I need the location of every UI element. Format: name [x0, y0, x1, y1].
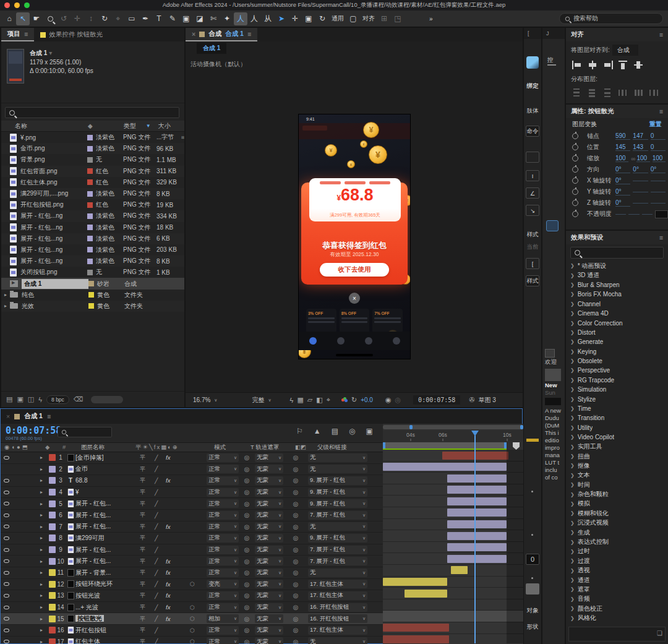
matte-pickwhip-icon[interactable]: ◎ — [239, 592, 255, 599]
twirl-icon[interactable]: ▸ — [40, 627, 49, 633]
chevron-right-icon[interactable]: ❯ — [570, 501, 575, 507]
chevron-right-icon[interactable]: ❯ — [570, 377, 575, 383]
layer-duration-bar[interactable] — [447, 555, 507, 563]
layer-duration-bar[interactable] — [383, 463, 507, 471]
twirl-icon[interactable]: ▸ — [40, 582, 49, 587]
playhead[interactable] — [474, 431, 476, 643]
fx-switch-icon[interactable]: fx — [166, 581, 178, 588]
layer-label-swatch[interactable] — [49, 466, 56, 473]
layer-duration-bar[interactable] — [447, 543, 507, 551]
twirl-icon[interactable]: ▸ — [40, 535, 49, 541]
twirl-icon[interactable]: ▸ — [1, 303, 10, 309]
col-parent[interactable]: 父级和链接 — [317, 444, 347, 452]
graph-row[interactable] — [383, 565, 523, 577]
parent-pickwhip-icon[interactable]: ◎ — [283, 500, 308, 507]
layer-duration-bar[interactable] — [447, 509, 507, 517]
sort-arrow-icon[interactable]: ▼ — [146, 123, 151, 129]
limb-c-tool[interactable]: 从 — [261, 12, 275, 25]
property-value[interactable]: 147 — [633, 132, 648, 140]
layer-label-swatch[interactable] — [49, 500, 56, 507]
track-matte-select[interactable]: 无蒙∨ — [255, 580, 283, 588]
reset-button[interactable]: 重置 — [649, 120, 662, 129]
blend-mode-select[interactable]: 正常∨ — [207, 488, 239, 497]
layer-name[interactable]: 开红包按钮 — [75, 626, 140, 635]
threed-switch-icon[interactable]: ⬡ — [178, 638, 207, 644]
stopwatch-icon[interactable] — [572, 155, 578, 161]
chevron-right-icon[interactable]: ❯ — [570, 520, 575, 526]
property-value[interactable]: 145 — [615, 144, 630, 151]
property-value[interactable]: 0° — [615, 199, 630, 207]
chevron-right-icon[interactable]: ❯ — [570, 291, 575, 297]
panel-icon[interactable] — [546, 220, 559, 231]
property-value[interactable]: 0° — [615, 188, 630, 195]
matte-pickwhip-icon[interactable]: ◎ — [239, 477, 255, 484]
comp-subtab[interactable]: 合成 1 — [197, 43, 226, 54]
layer-name[interactable]: [金币掉落] — [75, 453, 140, 462]
graph-row[interactable] — [383, 462, 523, 473]
threed-switch-icon[interactable]: ⬡ — [178, 627, 207, 633]
matte-pickwhip-icon[interactable]: ◎ — [239, 523, 255, 530]
shape-label[interactable]: 形状 — [524, 623, 541, 631]
label-color-swatch[interactable] — [87, 213, 93, 219]
chevron-right-icon[interactable]: ❯ — [570, 339, 575, 345]
quality-switch-icon[interactable]: ╱ — [155, 535, 166, 541]
panel-menu-icon[interactable]: ≡ — [659, 31, 663, 38]
chevron-right-icon[interactable]: ❯ — [570, 273, 575, 278]
toolbar-overflow-button[interactable]: » — [429, 15, 433, 22]
popup-close-button[interactable]: × — [349, 293, 360, 304]
quality-switch-icon[interactable]: ╱ — [155, 547, 166, 553]
quality-switch-icon[interactable]: ╱ — [155, 604, 166, 611]
shy-switch-icon[interactable]: 平 — [140, 511, 155, 519]
track-matte-select[interactable]: 无蒙∨ — [255, 534, 283, 543]
effect-group-row[interactable]: ❯ 文本 — [566, 471, 668, 480]
parent-pickwhip-icon[interactable]: ◎ — [283, 638, 308, 644]
track-matte-select[interactable]: 无蒙∨ — [255, 603, 283, 612]
effect-group-row[interactable]: ❯ 遮罩 — [566, 585, 668, 594]
blend-mode-select[interactable]: 正常∨ — [207, 591, 239, 600]
timeline-graph-area[interactable]: 04s 06s 10s — [383, 424, 523, 643]
twirl-icon[interactable]: ▸ — [40, 616, 49, 622]
label-color-swatch[interactable] — [87, 135, 93, 140]
property-value[interactable] — [633, 181, 648, 181]
chevron-right-icon[interactable]: ❯ — [570, 616, 575, 621]
quality-switch-icon[interactable]: ╱ — [155, 593, 166, 599]
chevron-right-icon[interactable]: ❯ — [570, 482, 575, 487]
align-to-select[interactable]: 合成 — [612, 45, 638, 56]
parent-link-select[interactable]: 16. 开红包按钮∨ — [308, 614, 367, 623]
blend-mode-select[interactable]: 正常∨ — [207, 603, 239, 612]
layer-label-swatch[interactable] — [49, 604, 56, 611]
label-color-swatch[interactable] — [87, 168, 93, 174]
shy-switch-icon[interactable]: 平 — [140, 476, 155, 484]
value-edit-box[interactable] — [655, 210, 668, 218]
layer-label-swatch[interactable] — [49, 558, 56, 565]
property-value[interactable] — [651, 181, 666, 181]
layer-name[interactable]: 展开 - 背景... — [75, 569, 140, 577]
label-color-swatch[interactable] — [88, 292, 94, 298]
effect-group-row[interactable]: ❯ Utility — [566, 423, 668, 432]
panel-menu-icon[interactable]: ≡ — [659, 234, 663, 241]
parent-pickwhip-icon[interactable]: ◎ — [283, 627, 308, 633]
layer-duration-bar[interactable] — [447, 474, 507, 483]
project-row[interactable]: ▸ 红包背面.png 红色 PNG 文件 311 KB ⌗ — [1, 166, 184, 177]
project-row[interactable]: ▸ 满299可用,....png 淡紫色 PNG 文件 8 KB ⌗ — [1, 188, 184, 199]
reset-rotation-tool[interactable]: ↻ — [315, 12, 329, 25]
effect-group-row[interactable]: ❯ 沉浸式视频 — [566, 518, 668, 528]
parent-pickwhip-icon[interactable]: ◎ — [283, 477, 308, 484]
blend-mode-select[interactable]: 正常∨ — [207, 453, 239, 462]
twirl-icon[interactable]: ▸ — [40, 466, 49, 472]
chevron-right-icon[interactable]: ❯ — [570, 586, 575, 592]
reset-exposure-icon[interactable]: ↻ — [351, 396, 357, 404]
dist-right-icon[interactable] — [649, 88, 659, 97]
project-row[interactable]: ▸ 展开 - 红包...ng 淡紫色 PNG 文件 18 KB ⌗ — [1, 222, 184, 233]
eye-icon[interactable] — [4, 617, 9, 620]
chevron-right-icon[interactable]: ❯ — [570, 311, 575, 316]
effect-group-row[interactable]: ❯ 3D 通道 — [566, 270, 668, 280]
effects-search-input[interactable] — [570, 247, 664, 259]
style-box-1[interactable]: [ — [526, 258, 539, 269]
blend-mode-select[interactable]: 正常∨ — [207, 499, 239, 508]
graph-editor-icon[interactable]: ▣ — [366, 427, 372, 436]
matte-pickwhip-icon[interactable]: ◎ — [239, 535, 255, 541]
align-label[interactable]: 对齐 — [362, 14, 375, 23]
parent-link-select[interactable]: 无∨ — [308, 569, 367, 577]
layer-name[interactable]: ¥ — [75, 489, 140, 496]
